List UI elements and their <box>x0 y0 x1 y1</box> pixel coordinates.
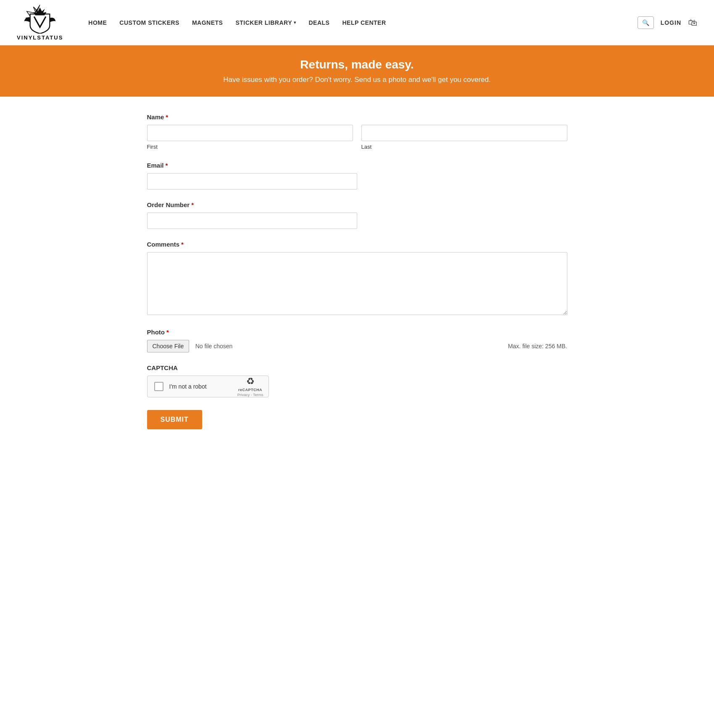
last-name-input[interactable] <box>361 125 567 141</box>
nav-help-center[interactable]: HELP CENTER <box>342 19 386 26</box>
order-number-label: Order Number * <box>147 201 567 208</box>
nav-deals[interactable]: DEALS <box>309 19 330 26</box>
cart-button[interactable]: 🛍 <box>688 17 697 28</box>
captcha-checkbox[interactable] <box>154 382 163 391</box>
captcha-text: I'm not a robot <box>169 383 207 390</box>
photo-label: Photo * <box>147 329 567 336</box>
file-name-label: No file chosen <box>195 343 233 350</box>
file-size-note: Max. file size: 256 MB. <box>508 343 567 350</box>
banner-title: Returns, made easy. <box>8 58 706 71</box>
captcha-section: CAPTCHA I'm not a robot ♻ reCAPTCHA Priv… <box>147 364 567 397</box>
first-name-input[interactable] <box>147 125 353 141</box>
captcha-box[interactable]: I'm not a robot ♻ reCAPTCHA Privacy - Te… <box>147 376 269 397</box>
first-label: First <box>147 144 353 150</box>
captcha-label: CAPTCHA <box>147 364 567 371</box>
nav-magnets[interactable]: MAGNETS <box>192 19 223 26</box>
order-number-group: Order Number * <box>147 201 567 229</box>
first-name-col: First <box>147 125 353 150</box>
cart-icon: 🛍 <box>688 17 697 28</box>
recaptcha-name: reCAPTCHA <box>238 388 262 392</box>
returns-form-container: Name * First Last Email * <box>130 97 584 455</box>
last-label: Last <box>361 144 567 150</box>
order-number-input[interactable] <box>147 213 357 229</box>
returns-banner: Returns, made easy. Have issues with you… <box>0 45 714 97</box>
search-icon: 🔍 <box>642 19 649 26</box>
site-header: VINYLSTATUS HOME CUSTOM STICKERS MAGNETS… <box>0 0 714 45</box>
comments-group: Comments * <box>147 241 567 317</box>
email-required-star: * <box>166 162 168 169</box>
last-name-col: Last <box>361 125 567 150</box>
banner-subtitle: Have issues with you order? Don't worry.… <box>8 76 706 84</box>
captcha-logo: ♻ reCAPTCHA Privacy - Terms <box>237 376 263 397</box>
logo[interactable]: VINYLSTATUS <box>17 4 63 41</box>
returns-form: Name * First Last Email * <box>147 113 567 429</box>
photo-group: Photo * Choose File No file chosen Max. … <box>147 329 567 352</box>
email-group: Email * <box>147 162 567 189</box>
order-required-star: * <box>191 201 194 208</box>
photo-required-star: * <box>166 329 169 336</box>
name-required-star: * <box>166 113 168 121</box>
nav-custom-stickers[interactable]: CUSTOM STICKERS <box>119 19 179 26</box>
submit-button[interactable]: SUBMIT <box>147 410 202 429</box>
header-actions: 🔍 LOGIN 🛍 <box>638 16 697 29</box>
login-button[interactable]: LOGIN <box>661 19 681 26</box>
search-button[interactable]: 🔍 <box>638 16 654 29</box>
email-input[interactable] <box>147 173 357 189</box>
logo-text: VINYLSTATUS <box>17 34 63 41</box>
name-group: Name * First Last <box>147 113 567 150</box>
chevron-down-icon: ▾ <box>294 20 296 25</box>
comments-required-star: * <box>181 241 184 248</box>
main-nav: HOME CUSTOM STICKERS MAGNETS STICKER LIB… <box>88 19 637 26</box>
file-input-wrapper: Choose File No file chosen <box>147 340 233 352</box>
file-row: Choose File No file chosen Max. file siz… <box>147 340 567 352</box>
captcha-links: Privacy - Terms <box>237 393 263 397</box>
choose-file-button[interactable]: Choose File <box>147 340 190 352</box>
comments-label: Comments * <box>147 241 567 248</box>
nav-home[interactable]: HOME <box>88 19 107 26</box>
name-label: Name * <box>147 113 567 121</box>
comments-textarea[interactable] <box>147 252 567 315</box>
name-row: First Last <box>147 125 567 150</box>
nav-sticker-library[interactable]: STICKER LIBRARY ▾ <box>235 19 296 26</box>
recaptcha-icon: ♻ <box>246 376 255 387</box>
email-label: Email * <box>147 162 567 169</box>
